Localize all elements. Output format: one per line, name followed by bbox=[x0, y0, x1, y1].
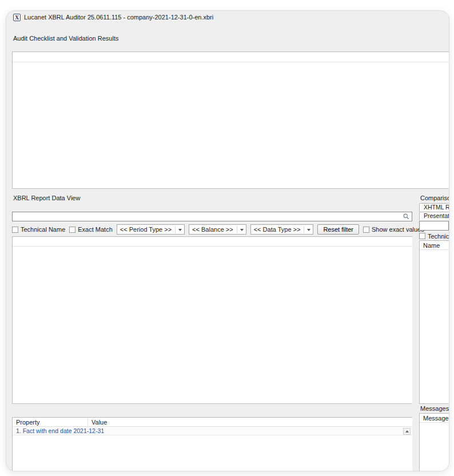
audit-section-label: Audit Checklist and Validation Results bbox=[6, 34, 449, 43]
report-search bbox=[12, 212, 412, 223]
balance-dropdown[interactable]: << Balance >> bbox=[189, 224, 246, 235]
properties-tabstrip bbox=[6, 408, 412, 417]
comparison-section-label: Comparison Vie... bbox=[416, 193, 449, 203]
comparison-search-input[interactable] bbox=[419, 221, 449, 231]
balance-value: << Balance >> bbox=[192, 226, 233, 233]
left-column: XBRL Report Data View Technical Name bbox=[6, 193, 412, 471]
exact-match-label: Exact Match bbox=[78, 226, 113, 233]
properties-header: Property Value bbox=[13, 418, 412, 427]
period-type-dropdown[interactable]: << Period Type >> bbox=[117, 224, 185, 235]
reset-filter-button[interactable]: Reset filter bbox=[317, 224, 359, 235]
technical-name-checkbox[interactable] bbox=[12, 227, 18, 233]
column-header-property[interactable]: Property bbox=[13, 418, 88, 426]
comparison-tabstrip: XHTML Report bbox=[416, 203, 449, 211]
comparison-panel: Comparison Vie... XHTML Report Presentat… bbox=[416, 193, 449, 404]
audit-tabstrip bbox=[6, 43, 449, 51]
comparison-column-header[interactable]: Name bbox=[420, 241, 449, 250]
tree-body bbox=[13, 247, 412, 403]
main-area: XBRL Report Data View Technical Name bbox=[6, 193, 449, 471]
data-type-dropdown[interactable]: << Data Type >> bbox=[250, 224, 314, 235]
comparison-subtabstrip: Presentation bbox=[416, 211, 449, 220]
tab-xhtml-report[interactable]: XHTML Report bbox=[419, 203, 449, 212]
audit-checklist-table bbox=[12, 51, 449, 189]
properties-panel: Property Value 1. Fact with end date 202… bbox=[6, 408, 412, 471]
window-title: Lucanet XBRL Auditor 25.0611.115 - compa… bbox=[24, 14, 213, 21]
properties-splitter[interactable] bbox=[6, 404, 412, 408]
comparison-filter: Technica... bbox=[416, 232, 449, 240]
technical-name-label: Technical Name bbox=[21, 226, 65, 233]
comparison-search bbox=[419, 221, 449, 232]
data-type-value: << Data Type >> bbox=[254, 226, 301, 233]
app-icon: X bbox=[13, 14, 21, 21]
report-data-panel: XBRL Report Data View Technical Name bbox=[6, 193, 412, 404]
presentation-tree-table bbox=[12, 236, 412, 404]
tree-header bbox=[13, 237, 412, 247]
search-input[interactable] bbox=[12, 212, 412, 221]
messages-section-label: Messages bbox=[416, 404, 449, 413]
scroll-up-button[interactable] bbox=[403, 428, 411, 435]
exact-match-filter[interactable]: Exact Match bbox=[69, 226, 113, 233]
messages-column-header[interactable]: Message bbox=[420, 414, 449, 423]
right-column: Comparison Vie... XHTML Report Presentat… bbox=[416, 193, 449, 471]
column-header-value[interactable]: Value bbox=[88, 418, 412, 426]
menubar bbox=[6, 23, 449, 34]
properties-table: Property Value 1. Fact with end date 202… bbox=[12, 417, 412, 471]
app-window: X Lucanet XBRL Auditor 25.0611.115 - com… bbox=[6, 10, 449, 471]
comparison-technical-checkbox[interactable] bbox=[419, 233, 425, 239]
messages-list: Message bbox=[419, 413, 449, 471]
comparison-technical-label: Technica... bbox=[428, 233, 449, 240]
show-exact-values-checkbox[interactable] bbox=[363, 227, 369, 233]
technical-name-filter[interactable]: Technical Name bbox=[12, 226, 65, 233]
search-icon bbox=[403, 213, 409, 220]
exact-match-checkbox[interactable] bbox=[69, 227, 75, 233]
messages-panel: Messages Message bbox=[416, 404, 449, 471]
report-section-label: XBRL Report Data View bbox=[6, 193, 412, 203]
filter-row: Technical Name Exact Match << Period Typ… bbox=[6, 223, 412, 236]
checklist-header bbox=[13, 52, 449, 62]
comparison-tree: Name bbox=[419, 240, 449, 404]
horizontal-splitter[interactable] bbox=[6, 189, 449, 193]
period-type-value: << Period Type >> bbox=[120, 226, 172, 233]
fact-group-header: 1. Fact with end date 2021-12-31 bbox=[13, 427, 412, 435]
titlebar: X Lucanet XBRL Auditor 25.0611.115 - com… bbox=[6, 11, 449, 23]
tab-presentation[interactable]: Presentation bbox=[419, 212, 449, 220]
report-tabstrip bbox=[6, 203, 412, 211]
